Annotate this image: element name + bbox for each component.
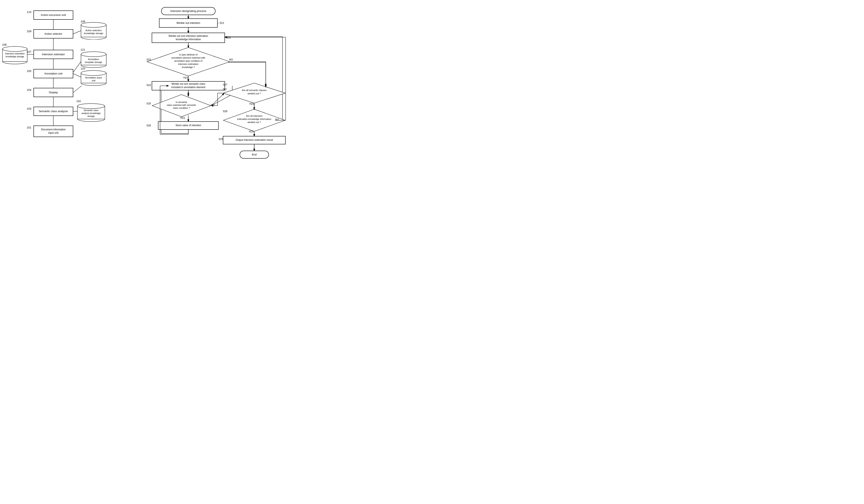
s27-diamond: Are all semantic classes winkled out ? [223, 83, 286, 104]
s25-diamond: Is semantic class matched with semantic … [152, 94, 211, 117]
svg-text:Are all intension: Are all intension [246, 115, 262, 117]
svg-text:Are all semantic classes: Are all semantic classes [242, 89, 267, 92]
svg-point-25 [2, 46, 27, 51]
svg-line-10 [73, 86, 82, 93]
svg-point-29 [77, 104, 105, 109]
svg-point-21 [81, 71, 106, 75]
svg-text:winkled out ?: winkled out ? [247, 121, 261, 123]
start-oval: Intension designating process [161, 7, 216, 15]
svg-text:estimation knowledge informati: estimation knowledge information [237, 118, 271, 120]
action-excursion-unit-box: Action excursion unit [34, 11, 73, 20]
ref-110: 110 [27, 11, 32, 14]
s25-label: S25 [146, 102, 151, 105]
semantic-class-analysis-knowledge-storage-cyl: Semantic class analysis knowledge storag… [77, 103, 105, 123]
svg-line-8 [73, 61, 82, 72]
svg-text:analysis knowledge: analysis knowledge [81, 112, 100, 115]
svg-text:annotation element matched wit: annotation element matched with [171, 57, 205, 59]
ref-102: 102 [76, 99, 81, 103]
s27-yes: YES [249, 103, 254, 106]
svg-text:Intension estimation: Intension estimation [5, 52, 25, 55]
svg-text:Semantic class: Semantic class [84, 109, 98, 111]
svg-text:annotation type condition of: annotation type condition of [174, 60, 203, 62]
svg-text:knowledge storage: knowledge storage [5, 55, 24, 58]
right-diagram: Intension designating process Winkle out… [119, 4, 291, 167]
svg-text:Annotation: Annotation [88, 58, 99, 60]
s23-label: S23 [146, 58, 151, 61]
s22-box: Winkle out one intension estimationknowl… [152, 33, 225, 43]
svg-point-17 [81, 52, 106, 57]
s25-yes: YES [180, 117, 185, 119]
s23-diamond: Is type attribute of annotation element … [146, 47, 230, 76]
s28-label: S28 [223, 110, 227, 113]
s23-no: NO [229, 58, 233, 61]
svg-text:knowledge ?: knowledge ? [182, 66, 195, 69]
intension-estimator-box: Intension estimator [34, 50, 73, 59]
ref-121: 121 [81, 48, 85, 51]
svg-point-13 [81, 22, 106, 27]
left-diagram: 110 109 107 105 104 103 101 108 121 120 … [2, 4, 111, 167]
ref-105: 105 [27, 70, 32, 73]
display-box: Display [34, 88, 73, 97]
end-oval: End [240, 151, 269, 159]
svg-text:Is semantic: Is semantic [176, 101, 187, 103]
svg-text:winkled out ?: winkled out ? [247, 92, 261, 95]
s26-box: Store value of intention [158, 121, 219, 130]
action-selector-box: Action selector [34, 29, 73, 38]
main-container: 110 109 107 105 104 103 101 108 121 120 … [0, 0, 293, 171]
ref-106: 106 [2, 43, 7, 46]
intension-estimation-knowledge-storage-cyl: Intension estimation knowledge storage [2, 46, 28, 65]
annotation-unit-box: Annotation unit [34, 69, 73, 78]
s25-no: NO [211, 104, 215, 107]
annotation-input-unit-cyl: Annotation input unit [81, 70, 107, 87]
svg-text:intension estimation: intension estimation [178, 63, 199, 65]
s29-label: S29 [219, 138, 223, 141]
s27-label: S27 [223, 83, 227, 86]
svg-text:storage: storage [87, 115, 95, 117]
s26-label: S26 [146, 124, 151, 127]
s24-box: Winkle out one semantic classincluded in… [152, 81, 225, 91]
s21-label: ～S21 [217, 21, 224, 25]
s27-no: NO [223, 88, 227, 91]
svg-text:unit: unit [92, 79, 95, 82]
svg-text:class matched with semantic: class matched with semantic [167, 104, 196, 106]
svg-text:Is type attribute of: Is type attribute of [179, 53, 197, 56]
s23-yes: YES [183, 76, 188, 79]
action-selection-knowledge-storage-cyl: Action selection knowledge storage [81, 22, 107, 40]
svg-line-6 [73, 30, 82, 34]
s21-box: Winkle out intention [159, 19, 218, 28]
svg-text:knowledge storage: knowledge storage [84, 32, 103, 35]
svg-text:class condition ?: class condition ? [173, 107, 190, 109]
ref-103: 103 [27, 107, 32, 110]
svg-text:Annotation input: Annotation input [85, 76, 102, 79]
ref-104: 104 [27, 88, 32, 92]
s24-label: S24 [146, 84, 151, 87]
ref-109: 109 [27, 30, 32, 33]
s29-box: Output intension estimation result [223, 136, 286, 144]
svg-text:template storage: template storage [85, 61, 102, 63]
ref-101: 101 [27, 126, 32, 129]
s22-label: ～S22 [224, 36, 231, 39]
svg-line-9 [73, 74, 82, 77]
s28-no: NO [275, 118, 279, 121]
document-info-input-unit-box: Document informationinput unit [34, 125, 73, 137]
annotation-template-storage-cyl: Annotation template storage [81, 51, 107, 69]
svg-text:Action selection: Action selection [85, 29, 101, 32]
semantic-class-analyzer-box: Semantic class analyzer [34, 107, 73, 116]
s28-yes: YES [249, 130, 254, 133]
